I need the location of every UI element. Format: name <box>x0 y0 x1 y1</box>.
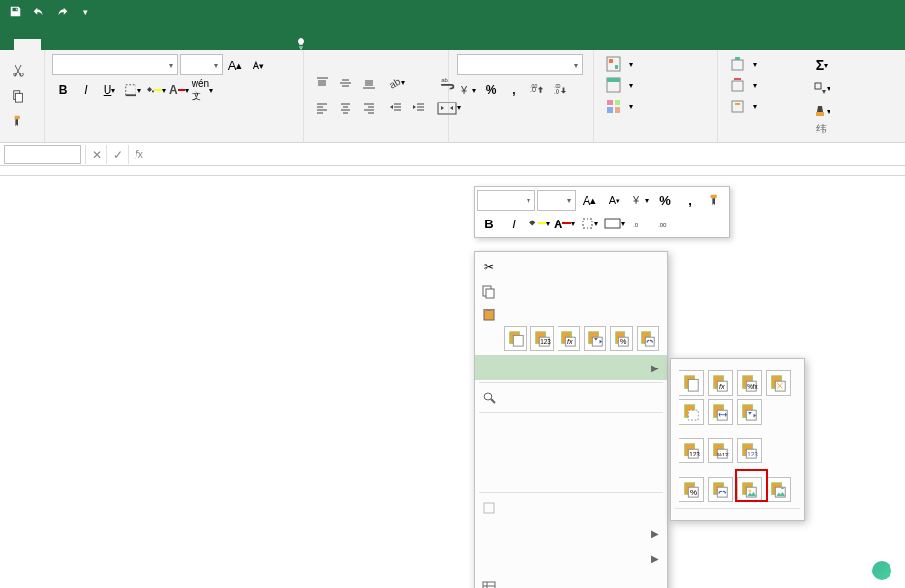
sub-paste-column-width[interactable] <box>708 399 733 425</box>
mini-increase-decimal[interactable]: .00 <box>653 213 677 234</box>
sub-paste-no-borders[interactable] <box>679 399 704 425</box>
align-bottom-button[interactable] <box>358 73 379 94</box>
ctx-paste-special[interactable]: ▶ <box>475 355 667 380</box>
delete-cells-button[interactable]: ▾ <box>726 75 791 95</box>
tab-page-layout[interactable] <box>68 39 95 50</box>
mini-format-painter[interactable] <box>704 190 727 211</box>
paste-all-icon[interactable] <box>504 326 527 351</box>
decrease-decimal-button[interactable]: .00.0 <box>550 79 571 101</box>
tab-review[interactable] <box>149 39 176 50</box>
tab-insert[interactable] <box>41 39 68 50</box>
tab-cloud[interactable] <box>230 39 257 50</box>
sub-paste-values-number[interactable]: %123 <box>708 438 733 463</box>
italic-button[interactable]: I <box>75 79 97 101</box>
tab-data[interactable] <box>122 39 149 50</box>
tab-home[interactable] <box>14 39 41 50</box>
mini-font-size[interactable]: ▾ <box>537 190 576 211</box>
ctx-insert-copied[interactable] <box>475 415 667 440</box>
ctx-clear[interactable] <box>475 465 667 490</box>
number-format-combo[interactable]: ▾ <box>457 54 583 75</box>
cell-styles-button[interactable]: ▾ <box>602 97 709 116</box>
align-top-button[interactable] <box>312 73 333 94</box>
mini-font-name[interactable]: ▾ <box>477 190 535 211</box>
font-color-button[interactable]: A▾ <box>168 79 190 101</box>
ctx-sort[interactable]: ▶ <box>475 545 667 571</box>
mini-accounting-format[interactable]: ¥▾ <box>628 190 651 211</box>
cut-button[interactable] <box>8 60 29 81</box>
name-box[interactable] <box>4 145 81 164</box>
paste-link-icon[interactable] <box>637 326 659 351</box>
align-middle-button[interactable] <box>335 73 356 94</box>
tab-powerpivot[interactable] <box>257 39 285 50</box>
mini-font-color[interactable]: A▾ <box>553 213 576 234</box>
increase-font-button[interactable]: A▴ <box>225 54 246 75</box>
increase-decimal-button[interactable]: .0.00 <box>527 79 548 101</box>
mini-percent[interactable]: % <box>653 190 677 211</box>
fill-button[interactable]: ▾ <box>807 77 836 99</box>
autosum-button[interactable]: Σ ▾ <box>807 54 836 75</box>
table-format-button[interactable]: ▾ <box>602 75 709 95</box>
ctx-cut[interactable]: ✂ <box>475 254 667 279</box>
tell-me-search[interactable] <box>285 37 323 50</box>
mini-comma[interactable]: , <box>679 190 702 211</box>
format-painter-button[interactable] <box>8 110 29 132</box>
fx-button[interactable]: fx <box>128 145 149 164</box>
comma-format-button[interactable]: , <box>503 79 525 101</box>
mini-fill-color[interactable]: ▾ <box>528 213 551 234</box>
align-left-button[interactable] <box>312 98 333 119</box>
bold-button[interactable]: B <box>52 79 74 101</box>
conditional-format-button[interactable]: ▾ <box>602 54 709 74</box>
underline-button[interactable]: U ▾ <box>99 79 120 101</box>
sub-paste-formatting[interactable]: % <box>679 477 704 502</box>
formula-input[interactable] <box>149 145 905 164</box>
ctx-delete[interactable] <box>475 440 667 465</box>
paste-formatting-icon[interactable]: % <box>610 326 632 351</box>
tab-help[interactable] <box>203 39 230 50</box>
cancel-formula-button[interactable]: ✕ <box>85 145 106 164</box>
percent-format-button[interactable]: % <box>480 79 501 101</box>
mini-bold[interactable]: B <box>477 213 500 234</box>
qat-dropdown-icon[interactable]: ▾ <box>77 4 93 19</box>
sub-paste-link[interactable] <box>708 477 733 502</box>
sub-paste-formulas-number[interactable]: %fx <box>737 370 762 396</box>
ctx-smart-lookup[interactable] <box>475 385 667 410</box>
mini-italic[interactable]: I <box>502 213 526 234</box>
fill-color-button[interactable]: ▾ <box>145 79 166 101</box>
align-center-button[interactable] <box>335 98 356 119</box>
border-button[interactable]: ▾ <box>122 79 143 101</box>
decrease-font-button[interactable]: A▾ <box>248 54 269 75</box>
orientation-button[interactable]: ab▾ <box>385 73 407 94</box>
mini-increase-font[interactable]: A▴ <box>578 190 601 211</box>
copy-button[interactable] <box>8 85 29 106</box>
ctx-get-data[interactable] <box>475 575 667 588</box>
font-size-combo[interactable]: ▾ <box>180 54 223 75</box>
ctx-filter[interactable]: ▶ <box>475 520 667 545</box>
sub-paste-picture[interactable] <box>737 477 762 502</box>
increase-indent-button[interactable] <box>408 98 430 119</box>
sub-paste-linked-picture[interactable] <box>766 477 791 502</box>
decrease-indent-button[interactable] <box>385 98 407 119</box>
redo-icon[interactable] <box>54 4 70 19</box>
save-icon[interactable] <box>8 4 23 19</box>
accounting-format-button[interactable]: ¥▾ <box>457 79 478 101</box>
tab-view[interactable] <box>176 39 203 50</box>
sub-paste-values[interactable]: 123 <box>679 438 704 463</box>
font-name-combo[interactable]: ▾ <box>52 54 178 75</box>
mini-decrease-font[interactable]: A▾ <box>603 190 626 211</box>
paste-values-icon[interactable]: 123 <box>530 326 553 351</box>
sub-paste-all[interactable] <box>679 370 704 396</box>
align-right-button[interactable] <box>358 98 379 119</box>
paste-formulas-icon[interactable]: fx <box>558 326 580 351</box>
mini-border[interactable]: ▾ <box>578 213 601 234</box>
ctx-copy[interactable] <box>475 279 667 305</box>
undo-icon[interactable] <box>31 4 46 19</box>
enter-formula-button[interactable]: ✓ <box>106 145 128 164</box>
sub-paste-transpose[interactable] <box>737 399 762 425</box>
sub-paste-values-source[interactable]: 123 <box>737 438 762 463</box>
tab-formulas[interactable] <box>95 39 122 50</box>
sub-paste-keep-source[interactable] <box>766 370 791 396</box>
mini-decrease-decimal[interactable]: .0 <box>628 213 651 234</box>
phonetic-button[interactable]: wén文▾ <box>192 79 213 101</box>
sub-paste-formulas[interactable]: fx <box>708 370 733 396</box>
paste-transpose-icon[interactable] <box>584 326 606 351</box>
